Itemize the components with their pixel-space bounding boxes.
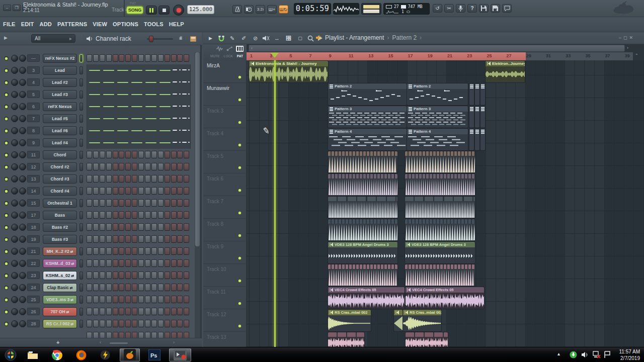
channel-name-button[interactable]: reFX Nexus #2	[43, 54, 77, 63]
step-button[interactable]	[132, 211, 137, 219]
minimap-right-icon[interactable]: ›	[627, 45, 628, 50]
channel-volume-knob[interactable]	[19, 103, 26, 110]
step-button[interactable]	[184, 296, 189, 303]
step-button[interactable]	[125, 151, 131, 158]
step-button[interactable]	[151, 54, 157, 62]
step-button[interactable]	[165, 296, 170, 303]
time-display[interactable]: 0:05:59 M:S:CS	[294, 3, 331, 15]
step-button[interactable]	[93, 151, 99, 158]
channel-steps-area[interactable]	[87, 245, 191, 257]
step-button[interactable]	[165, 187, 170, 195]
step-button[interactable]	[171, 332, 177, 338]
step-button[interactable]	[113, 187, 118, 195]
step-button[interactable]	[93, 223, 99, 231]
channel-rack-scroll-thumb[interactable]	[195, 52, 200, 246]
channel-steps-area[interactable]	[87, 318, 191, 330]
track-enable-led[interactable]	[237, 279, 242, 283]
step-button[interactable]	[145, 199, 150, 207]
step-button[interactable]	[87, 175, 92, 183]
channel-name-button[interactable]: VDE3..ms 3⇄	[43, 295, 77, 304]
step-button[interactable]	[171, 272, 177, 279]
menu-add[interactable]: ADD	[40, 21, 52, 27]
step-button[interactable]	[132, 247, 137, 255]
step-button[interactable]	[177, 187, 183, 195]
channel-steps-area[interactable]	[87, 221, 191, 233]
channel-volume-knob[interactable]	[19, 212, 26, 219]
channel-mute-switch[interactable]	[79, 90, 83, 99]
step-button[interactable]	[165, 308, 170, 315]
step-button[interactable]	[113, 259, 118, 267]
step-button[interactable]	[151, 259, 157, 267]
step-button[interactable]	[184, 54, 189, 62]
step-button[interactable]	[171, 54, 177, 62]
rack-menu-arrow[interactable]: ▶	[4, 35, 8, 40]
step-button[interactable]	[125, 320, 131, 327]
step-button[interactable]	[100, 151, 105, 158]
firefox-icon[interactable]	[72, 348, 90, 361]
playlist-clip[interactable]	[475, 129, 479, 150]
channel-enable-led[interactable]	[4, 310, 9, 314]
step-button[interactable]	[113, 308, 118, 315]
step-button[interactable]	[113, 235, 118, 243]
step-button[interactable]	[119, 199, 124, 207]
step-button[interactable]	[132, 332, 137, 338]
step-button[interactable]	[93, 284, 99, 291]
step-button[interactable]	[151, 223, 157, 231]
channel-pan-knob[interactable]	[11, 103, 18, 110]
playlist-clip[interactable]	[394, 310, 403, 331]
channel-enable-led[interactable]	[4, 237, 9, 242]
playlist-clip[interactable]	[328, 151, 397, 173]
step-button[interactable]	[100, 259, 105, 267]
chat-icon[interactable]	[502, 4, 512, 13]
track-header-track-5[interactable]: Track 5	[203, 151, 247, 173]
step-button[interactable]	[158, 235, 164, 243]
channel-steps-area[interactable]	[87, 257, 191, 269]
channel-enable-led[interactable]	[4, 80, 9, 85]
playlist-clip[interactable]	[405, 264, 475, 286]
step-button[interactable]	[177, 235, 183, 243]
step-button[interactable]	[171, 223, 177, 231]
step-button[interactable]	[119, 211, 124, 219]
channel-pan-knob[interactable]	[11, 308, 18, 315]
step-button[interactable]	[93, 332, 99, 338]
channel-name-button[interactable]: Lead #5	[43, 114, 77, 123]
channel-volume-knob[interactable]	[19, 224, 26, 231]
channel-volume-knob[interactable]	[19, 236, 26, 243]
channel-enable-led[interactable]	[4, 213, 9, 218]
step-button[interactable]	[106, 235, 112, 243]
channel-enable-led[interactable]	[4, 129, 9, 133]
pat-mode-ghost[interactable]: PAT	[130, 2, 136, 5]
step-button[interactable]	[177, 296, 183, 303]
channel-mute-switch[interactable]	[79, 187, 83, 195]
step-button[interactable]	[151, 235, 157, 243]
taskbar-clock[interactable]: 11:57 AM 2/7/2019	[619, 348, 642, 361]
track-header-mirza[interactable]: MirzA	[203, 60, 247, 83]
breadcrumb-root[interactable]: Playlist - Arrangement	[325, 34, 384, 41]
step-button[interactable]	[113, 54, 118, 62]
step-button[interactable]	[158, 199, 164, 207]
step-button[interactable]	[87, 54, 92, 62]
step-button[interactable]	[151, 211, 157, 219]
step-button[interactable]	[151, 247, 157, 255]
step-button[interactable]	[125, 235, 131, 243]
step-button[interactable]	[165, 332, 170, 338]
step-button[interactable]	[132, 199, 137, 207]
step-button[interactable]	[158, 272, 164, 279]
step-button[interactable]	[132, 235, 137, 243]
channel-name-button[interactable]: Bass #3	[43, 235, 77, 244]
playlist-clip[interactable]: VEC4 Crowd Effects 05	[406, 287, 484, 309]
step-button[interactable]	[87, 259, 92, 267]
corner-tab-pat[interactable]: PAT	[237, 54, 243, 58]
channel-volume-knob[interactable]	[19, 139, 26, 146]
step-button[interactable]	[93, 235, 99, 243]
step-button[interactable]	[145, 284, 150, 291]
chrome-icon[interactable]	[48, 348, 65, 361]
step-button[interactable]	[184, 308, 189, 315]
step-button[interactable]	[145, 223, 150, 231]
step-button[interactable]	[165, 247, 170, 255]
step-button[interactable]	[184, 223, 189, 231]
step-button[interactable]	[106, 211, 112, 219]
step-button[interactable]	[145, 247, 150, 255]
step-button[interactable]	[151, 272, 157, 279]
channel-steps-area[interactable]	[87, 149, 191, 161]
